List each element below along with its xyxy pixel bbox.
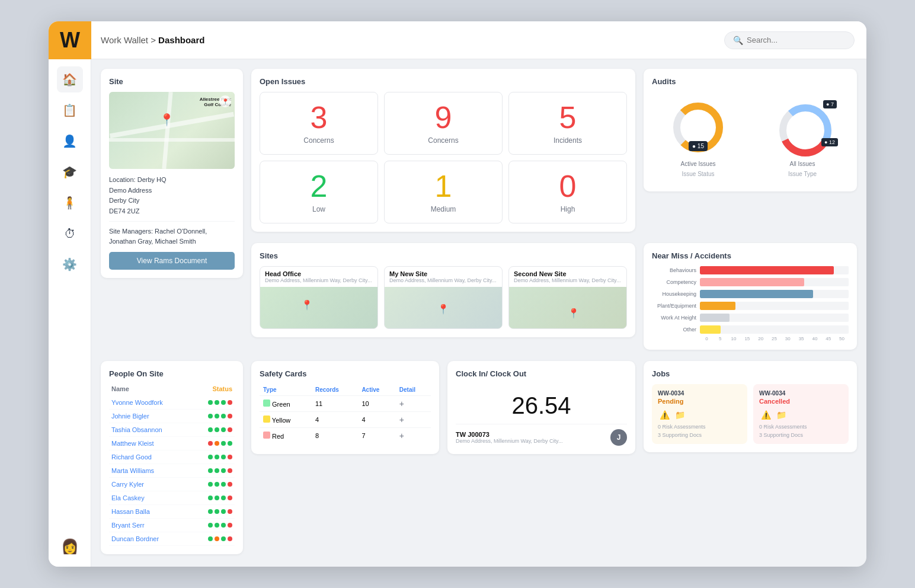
status-dot [228,427,232,432]
site-name-0: Head Office [265,270,373,277]
site-pin-0: 📍 [301,299,313,311]
sidebar-item-clipboard[interactable]: 📋 [57,97,83,123]
person-dots [192,437,235,450]
status-dot [208,414,213,418]
site-map-1: 📍 [385,287,502,328]
safety-card: Safety Cards Type Records Active Detail [251,361,439,454]
issue-label: High [515,205,620,213]
donut2-container: ● 7 ● 12 [773,98,832,157]
person-name[interactable]: Ela Caskey [109,491,192,505]
table-row: Johnie Bigler [109,410,235,423]
person-dots [192,423,235,437]
bar-label: Other [652,327,696,333]
worker-icon: 🧍 [62,196,77,210]
status-dot [208,509,213,514]
status-dot [208,455,213,459]
issue-3-concerns[interactable]: 3 Concerns [260,92,378,155]
site-addr-2: Demo Address, Millennium Way, Derby City… [514,277,622,283]
search-bar[interactable]: 🔍 [724,31,855,49]
site-card-title: Site [109,77,235,86]
sidebar-item-person[interactable]: 👤 [57,128,83,154]
status-dot [228,496,232,500]
job-pending[interactable]: WW-0034 Pending ⚠️ 📁 0 Risk Assessments … [652,384,747,444]
status-dot [215,427,219,432]
issue-label: Low [266,205,372,213]
donut2-tooltip-bottom: ● 12 [821,138,838,146]
status-dot [215,509,219,514]
bar-track [700,266,849,274]
open-issues-card: Open Issues 3 Concerns 9 Concerns 5 Inci… [251,69,635,232]
issue-number: 9 [391,102,496,133]
status-dot [215,468,219,473]
status-dot [221,455,226,459]
sidebar-item-home[interactable]: 🏠 [57,66,83,92]
person-name[interactable]: Hassan Balla [109,505,192,519]
person-dots [192,532,235,546]
table-row: Yvonne Woodfork [109,396,235,410]
person-name[interactable]: Richard Good [109,450,192,464]
person-name[interactable]: Tashia Obsannon [109,423,192,437]
status-dot [221,468,226,473]
person-name[interactable]: Marta Williams [109,464,192,478]
sidebar-item-dashboard[interactable]: ⏱ [57,220,83,247]
site-item-2[interactable]: Second New Site Demo Address, Millennium… [508,266,627,329]
bar-row-behaviours: Behaviours [652,266,849,274]
sidebar-item-graduate[interactable]: 🎓 [57,159,83,185]
status-dot [208,536,213,541]
status-dot [208,427,213,432]
table-row: Marta Williams [109,464,235,478]
safety-badge-yellow [263,416,270,423]
sidebar-item-settings[interactable]: ⚙️ [57,251,83,277]
person-name[interactable]: Matthew Kleist [109,437,192,450]
col-name: Name [109,384,192,396]
bar-row-other: Other [652,325,849,334]
safety-detail-yellow[interactable]: + [399,415,404,424]
col-status: Status [192,384,235,396]
nearmiss-title: Near Miss / Accidents [652,251,849,260]
person-name[interactable]: Duncan Bordner [109,532,192,546]
issue-5-incidents[interactable]: 5 Incidents [508,92,627,155]
sidebar-item-profile[interactable]: 👩 [57,533,83,560]
status-dot [221,509,226,514]
person-dots [192,505,235,519]
issue-0-high[interactable]: 0 High [508,161,627,223]
site-map: Allestree Park Golf Course 📍 📍 [109,92,235,169]
person-dots [192,491,235,505]
clock-job-row: TW J00073 Demo Address, Millennium Way, … [456,424,627,446]
people-title: People On Site [109,369,235,378]
safety-detail-red[interactable]: + [399,431,404,440]
status-dot [228,468,232,473]
person-name[interactable]: Johnie Bigler [109,410,192,423]
site-name-1: My New Site [389,270,497,277]
jobs-title: Jobs [652,369,849,378]
bar-fill [700,278,804,286]
status-dot [221,523,226,528]
issue-9-concerns[interactable]: 9 Concerns [384,92,503,155]
issue-2-low[interactable]: 2 Low [260,161,378,223]
status-dot [228,482,232,487]
bar-track [700,325,849,334]
site-item-1[interactable]: My New Site Demo Address, Millennium Way… [384,266,503,329]
issue-number: 5 [515,102,620,133]
folder-icon: 📁 [775,408,788,421]
breadcrumb: Work Wallet > Dashboard [101,35,204,45]
clock-title: Clock In/ Clock Out [456,369,627,378]
issue-1-medium[interactable]: 1 Medium [384,161,503,223]
site-card: Site Allestree Park Golf Course 📍 📍 Loca… [101,69,243,278]
view-rams-button[interactable]: View Rams Document [109,252,235,270]
site-address: Location: Derby HQ Demo Address Derby Ci… [109,175,235,222]
safety-detail-green[interactable]: + [399,399,404,408]
status-dot [215,400,219,405]
person-name[interactable]: Bryant Serr [109,519,192,532]
table-row: Hassan Balla [109,505,235,519]
search-input[interactable] [747,36,846,44]
site-item-0[interactable]: Head Office Demo Address, Millennium Way… [260,266,378,329]
person-dots [192,396,235,410]
job-cancelled[interactable]: WW-0034 Cancelled ⚠️ 📁 0 Risk Assessment… [753,384,849,444]
table-row: Matthew Kleist [109,437,235,450]
person-name[interactable]: Yvonne Woodfork [109,396,192,410]
person-dots [192,478,235,491]
person-name[interactable]: Carry Kyler [109,478,192,491]
sidebar-item-worker[interactable]: 🧍 [57,190,83,216]
status-dot [221,427,226,432]
